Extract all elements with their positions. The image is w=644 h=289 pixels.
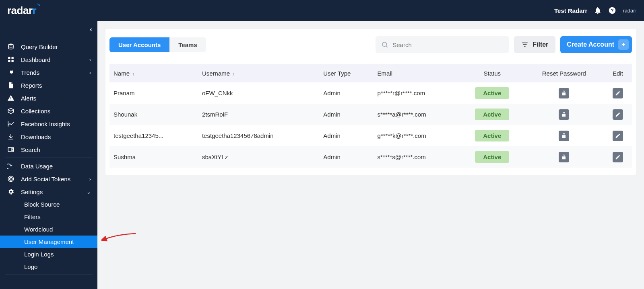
th-status[interactable]: Status xyxy=(460,64,524,82)
chevron-down-icon: ⌄ xyxy=(87,189,91,195)
nav-divider xyxy=(5,275,93,275)
reset-password-button[interactable] xyxy=(559,109,569,120)
users-table: Name↑ Username↑ User Type Email Status R… xyxy=(109,64,632,168)
edit-button[interactable] xyxy=(613,131,623,141)
sidebar-item[interactable]: Add Social Tokens› xyxy=(0,172,97,185)
svg-line-18 xyxy=(386,46,388,47)
sidebar-item[interactable]: Collections xyxy=(0,105,97,117)
th-name[interactable]: Name↑ xyxy=(109,64,198,82)
sidebar-item[interactable]: Facebook Insights xyxy=(0,117,97,130)
sidebar-item[interactable]: Dashboard› xyxy=(0,53,97,66)
th-email[interactable]: Email xyxy=(374,64,460,82)
sidebar-collapse-toggle[interactable] xyxy=(87,27,95,32)
edit-button[interactable] xyxy=(613,109,623,120)
cell-user-type: Admin xyxy=(319,82,373,104)
reset-password-button[interactable] xyxy=(559,88,569,98)
sidebar-item-label: Alerts xyxy=(21,95,36,102)
svg-rect-6 xyxy=(12,60,14,62)
sidebar-item-label: Query Builder xyxy=(21,43,58,50)
sidebar-item-label: Downloads xyxy=(21,133,51,140)
table-row: PranamoFW_CNkkAdminp*****r@r****.comActi… xyxy=(109,82,632,104)
create-account-button[interactable]: Create Account xyxy=(560,36,632,53)
sidebar-subitem[interactable]: Login Logs xyxy=(0,248,97,260)
sidebar-item[interactable]: Query Builder xyxy=(0,40,97,53)
sidebar-subitem[interactable]: Block Source xyxy=(0,198,97,211)
sidebar-item-label: Facebook Insights xyxy=(21,121,70,127)
brand-logo[interactable]: radarr››› xyxy=(7,4,36,17)
plus-icon xyxy=(618,39,629,50)
sidebar-item[interactable]: Alerts xyxy=(0,92,97,105)
svg-rect-7 xyxy=(10,97,11,99)
download-icon xyxy=(6,133,15,140)
chevron-right-icon: › xyxy=(89,70,91,76)
svg-point-16 xyxy=(10,178,11,179)
svg-point-11 xyxy=(11,149,13,151)
db-icon xyxy=(6,43,15,50)
search-box[interactable] xyxy=(376,36,509,53)
status-badge: Active xyxy=(475,130,509,141)
chevron-right-icon: › xyxy=(89,176,91,182)
reset-password-button[interactable] xyxy=(559,131,569,141)
cell-email: s*****s@r****.com xyxy=(374,146,460,168)
search-icon xyxy=(6,146,15,153)
svg-point-17 xyxy=(382,42,387,47)
status-badge: Active xyxy=(475,109,509,120)
create-account-label: Create Account xyxy=(567,41,614,48)
sidebar-item[interactable]: Trends› xyxy=(0,66,97,79)
svg-text:?: ? xyxy=(611,8,614,13)
main-content: User Accounts Teams Filter xyxy=(97,21,644,289)
filter-label: Filter xyxy=(533,41,548,48)
table-row: testgeetha12345...testgeetha12345678admi… xyxy=(109,125,632,146)
chart-icon xyxy=(6,120,15,127)
search-input[interactable] xyxy=(392,41,504,48)
sidebar-subitem[interactable]: User Management xyxy=(0,236,97,248)
edit-button[interactable] xyxy=(613,88,623,98)
svg-rect-8 xyxy=(10,100,11,100)
sidebar-item[interactable]: Search xyxy=(0,143,97,156)
sidebar-item[interactable]: Downloads xyxy=(0,130,97,143)
filter-icon xyxy=(521,41,528,48)
sort-asc-icon: ↑ xyxy=(232,71,235,77)
svg-rect-3 xyxy=(8,57,10,59)
reset-password-button[interactable] xyxy=(559,152,569,162)
cell-username: sbaXtYLz xyxy=(198,146,319,168)
sidebar-item-label: Trends xyxy=(21,69,39,76)
svg-rect-4 xyxy=(12,57,14,59)
gear-icon xyxy=(6,188,15,195)
th-username[interactable]: Username↑ xyxy=(198,64,319,82)
sidebar-subitem[interactable]: Logo xyxy=(0,260,97,273)
chevron-right-icon: › xyxy=(89,57,91,63)
sidebar-item-label: Settings xyxy=(21,189,43,195)
status-badge: Active xyxy=(475,151,509,163)
fire-icon xyxy=(6,69,15,76)
sidebar-subitem[interactable]: Filters xyxy=(0,211,97,223)
tab-user-accounts[interactable]: User Accounts xyxy=(109,37,169,52)
sidebar-item[interactable]: Settings⌄ xyxy=(0,185,97,198)
gauge-icon xyxy=(6,162,15,170)
help-icon[interactable]: ? xyxy=(608,6,616,14)
search-icon xyxy=(381,41,388,48)
sidebar-subitem[interactable]: Wordcloud xyxy=(0,223,97,236)
cell-name: testgeetha12345... xyxy=(109,125,198,146)
current-user-label[interactable]: Test Radarr xyxy=(554,7,587,14)
cell-username: 2tsmRoiF xyxy=(198,104,319,125)
filter-button[interactable]: Filter xyxy=(514,36,555,53)
cell-email: g*****k@r****.com xyxy=(374,125,460,146)
bell-icon[interactable] xyxy=(594,6,602,14)
topbar: radarr››› Test Radarr ? radarr xyxy=(0,0,644,21)
alert-icon xyxy=(6,94,15,102)
tabs: User Accounts Teams xyxy=(109,37,206,52)
nav-divider xyxy=(5,158,93,158)
cell-username: testgeetha12345678admin xyxy=(198,125,319,146)
edit-button[interactable] xyxy=(613,152,623,162)
doc-icon xyxy=(6,82,15,89)
th-user-type[interactable]: User Type xyxy=(319,64,373,82)
sidebar-item[interactable]: Reports xyxy=(0,79,97,92)
status-badge: Active xyxy=(475,87,509,99)
tab-teams[interactable]: Teams xyxy=(169,37,206,52)
table-row: Shounak2tsmRoiFAdmins*****a@r****.comAct… xyxy=(109,104,632,125)
th-edit: Edit xyxy=(604,64,632,82)
sort-asc-icon: ↑ xyxy=(132,71,134,77)
sidebar-item[interactable]: Data Usage xyxy=(0,160,97,172)
cell-name: Sushma xyxy=(109,146,198,168)
